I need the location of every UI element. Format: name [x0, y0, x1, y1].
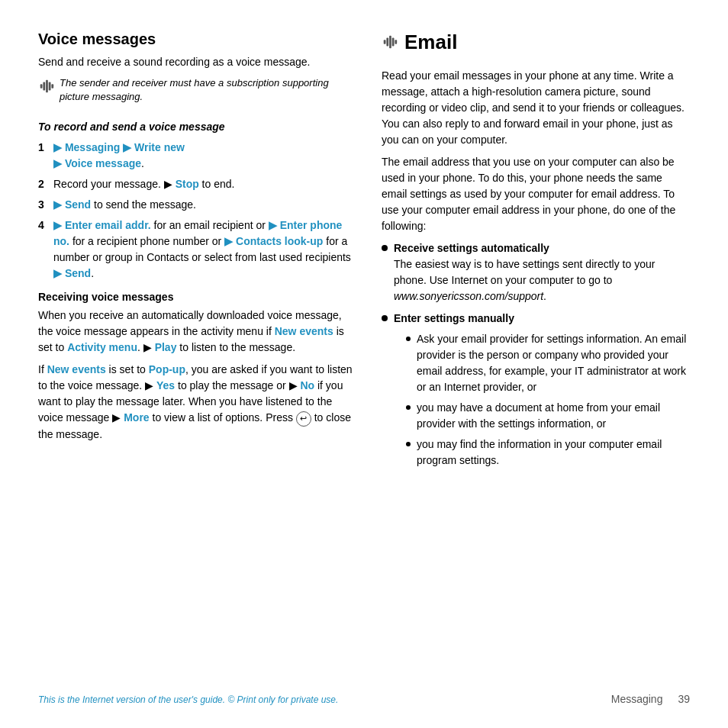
step4-text1: for an email recipient or: [151, 219, 269, 231]
step3-arrow: ▶: [53, 198, 65, 211]
popup-text4: to play the message or ▶: [175, 379, 300, 391]
step-content-1: ▶ Messaging ▶ Write new ▶ Voice message.: [53, 140, 359, 172]
step3-text: to send the message.: [91, 198, 196, 211]
back-button-icon: ↩: [296, 411, 311, 427]
note-text: The sender and receiver must have a subs…: [60, 76, 359, 104]
sub-bullet-3-text: you may find the information in your com…: [417, 436, 690, 469]
sub-dot-1: [406, 337, 411, 341]
voice-messages-title: Voice messages: [38, 31, 359, 48]
recv-text4: to listen to the message.: [176, 341, 295, 353]
popup-text6: to view a list of options. Press: [150, 411, 296, 424]
svg-rect-7: [389, 36, 391, 49]
bullet2-label: Enter settings manually: [394, 312, 514, 324]
step-2: 2 Record your message. ▶ Stop to end.: [38, 176, 359, 192]
note-block: The sender and receiver must have a subs…: [38, 76, 359, 110]
bullet1-label: Receive settings automatically: [394, 242, 549, 254]
step4-send: Send: [65, 267, 91, 279]
step-4: 4 ▶ Enter email addr. for an email recip…: [38, 217, 359, 282]
step1-arrow2: ▶: [120, 141, 134, 153]
popup-popup: Pop-up: [149, 363, 185, 375]
email-bullet-list: Receive settings automatically The easie…: [382, 240, 690, 473]
bullet-receive: Receive settings automatically The easie…: [382, 240, 690, 304]
step-num-3: 3: [38, 197, 49, 213]
svg-rect-9: [395, 40, 397, 44]
footer-note: This is the Internet version of the user…: [38, 694, 338, 705]
popup-new-events: New events: [47, 363, 106, 375]
svg-rect-1: [43, 82, 45, 91]
step-1: 1 ▶ Messaging ▶ Write new ▶ Voice messag…: [38, 140, 359, 172]
step4-arrow2: ▶: [269, 219, 280, 231]
sub-dot-3: [406, 442, 411, 446]
receiving-title: Receiving voice messages: [38, 291, 359, 303]
sub-bullet-2-text: you may have a document at home from you…: [417, 400, 690, 432]
step-content-4: ▶ Enter email addr. for an email recipie…: [53, 217, 359, 282]
bullet-dot-1: [382, 245, 388, 251]
recv-activity: Activity menu: [67, 341, 137, 353]
bullet1-link: www.sonyericsson.com/support: [394, 290, 543, 302]
step-content-3: ▶ Send to send the message.: [53, 197, 359, 213]
footer-section: Messaging: [611, 693, 663, 705]
step-3: 3 ▶ Send to send the message.: [38, 197, 359, 213]
recv-play: Play: [155, 341, 177, 353]
popup-para: If New events is set to Pop-up, you are …: [38, 362, 359, 442]
sound-icon: [38, 78, 55, 97]
content-area: Voice messages Send and receive a sound …: [38, 31, 690, 675]
step4-arrow1: ▶: [53, 219, 65, 231]
step1-arrow3: ▶: [53, 157, 65, 169]
right-column: Email Read your email messages in your p…: [382, 31, 690, 675]
bullet-manual: Enter settings manually Ask your email p…: [382, 311, 690, 473]
popup-yes: Yes: [156, 379, 175, 391]
step1-voice-message: Voice message: [65, 157, 141, 169]
recv-text3: . ▶: [137, 341, 155, 353]
email-para2: The email address that you use on your c…: [382, 154, 690, 234]
recv-new-events: New events: [275, 325, 333, 337]
step4-enter-email: Enter email addr.: [65, 219, 151, 231]
popup-text2: is set to: [106, 363, 149, 375]
bullet1-period: .: [543, 290, 546, 302]
sub-bullet-1-text: Ask your email provider for settings inf…: [417, 331, 690, 395]
step-num-4: 4: [38, 217, 49, 282]
step4-contacts: Contacts look-up: [236, 235, 323, 247]
email-title: Email: [404, 31, 457, 54]
popup-no: No: [300, 379, 314, 391]
step1-write-new: Write new: [134, 141, 185, 153]
footer-right: Messaging 39: [611, 693, 690, 705]
bullet-receive-content: Receive settings automatically The easie…: [394, 240, 690, 304]
step-num-2: 2: [38, 176, 49, 192]
bullet-dot-2: [382, 315, 388, 321]
popup-more: More: [124, 411, 149, 424]
step2-stop: Stop: [176, 178, 199, 190]
voice-intro: Send and receive a sound recording as a …: [38, 54, 359, 70]
receiving-para: When you receive an automatically downlo…: [38, 308, 359, 356]
step-content-2: Record your message. ▶ Stop to end.: [53, 176, 359, 192]
email-intro: Read your email messages in your phone a…: [382, 68, 690, 148]
step1-period: .: [141, 157, 144, 169]
sub-bullet-list: Ask your email provider for settings inf…: [394, 331, 690, 469]
footer: This is the Internet version of the user…: [38, 687, 690, 705]
step4-arrow4: ▶: [53, 267, 65, 279]
footer-page: 39: [678, 693, 690, 705]
svg-rect-5: [384, 40, 386, 44]
svg-rect-4: [51, 84, 53, 89]
step4-text2: for a recipient phone number or: [69, 235, 224, 247]
left-column: Voice messages Send and receive a sound …: [38, 31, 359, 675]
sub-bullet-1: Ask your email provider for settings inf…: [406, 331, 690, 395]
step2-text1: Record your message. ▶: [53, 178, 176, 190]
svg-rect-3: [49, 82, 51, 91]
page: Voice messages Send and receive a sound …: [0, 0, 728, 728]
bullet-manual-content: Enter settings manually Ask your email p…: [394, 311, 690, 473]
svg-rect-2: [46, 80, 48, 93]
step4-period: .: [91, 267, 94, 279]
svg-rect-6: [386, 38, 388, 47]
svg-rect-8: [392, 38, 395, 47]
step3-send: Send: [65, 198, 91, 211]
popup-text1: If: [38, 363, 47, 375]
step4-arrow3: ▶: [224, 235, 236, 247]
sub-bullet-2: you may have a document at home from you…: [406, 400, 690, 432]
step-list: 1 ▶ Messaging ▶ Write new ▶ Voice messag…: [38, 140, 359, 282]
email-sound-icon: [382, 34, 398, 53]
sub-dot-2: [406, 405, 411, 410]
sub-bullet-3: you may find the information in your com…: [406, 436, 690, 469]
step1-arrow1: ▶: [53, 141, 65, 153]
bullet1-text: The easiest way is to have settings sent…: [394, 258, 655, 286]
